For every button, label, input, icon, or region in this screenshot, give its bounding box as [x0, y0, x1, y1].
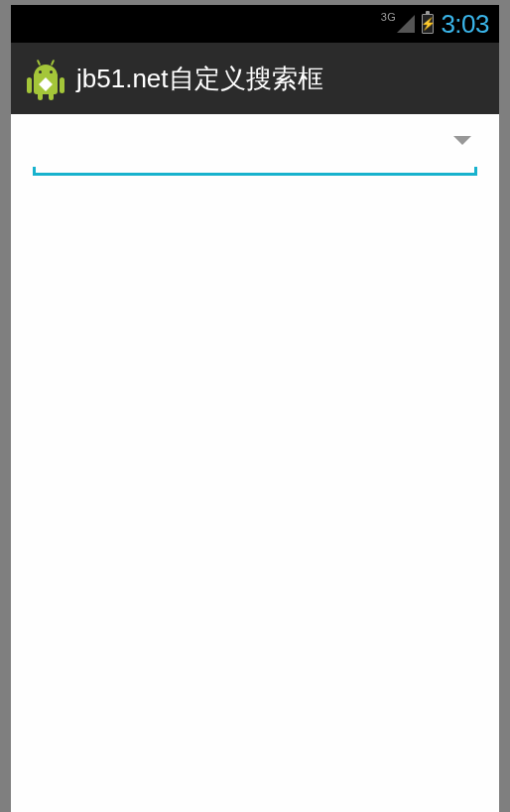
device-frame: 3G ⚡ 3:03 jb51.net自定义搜索框	[11, 5, 499, 812]
signal-icon	[397, 15, 415, 33]
search-row	[11, 114, 499, 176]
app-title: jb51.net自定义搜索框	[76, 62, 323, 96]
network-label: 3G	[381, 11, 397, 23]
android-robot-icon	[27, 59, 64, 98]
content-area	[11, 114, 499, 812]
action-bar: jb51.net自定义搜索框	[11, 43, 499, 114]
charging-bolt-icon: ⚡	[421, 18, 436, 30]
clock: 3:03	[441, 9, 489, 40]
status-bar: 3G ⚡ 3:03	[11, 5, 499, 43]
dropdown-arrow-icon[interactable]	[453, 136, 471, 145]
underline-tick-right	[474, 167, 477, 176]
battery-icon: ⚡	[422, 14, 434, 34]
underline-tick-left	[33, 167, 36, 176]
search-input[interactable]	[33, 132, 477, 176]
app-icon	[27, 59, 64, 98]
